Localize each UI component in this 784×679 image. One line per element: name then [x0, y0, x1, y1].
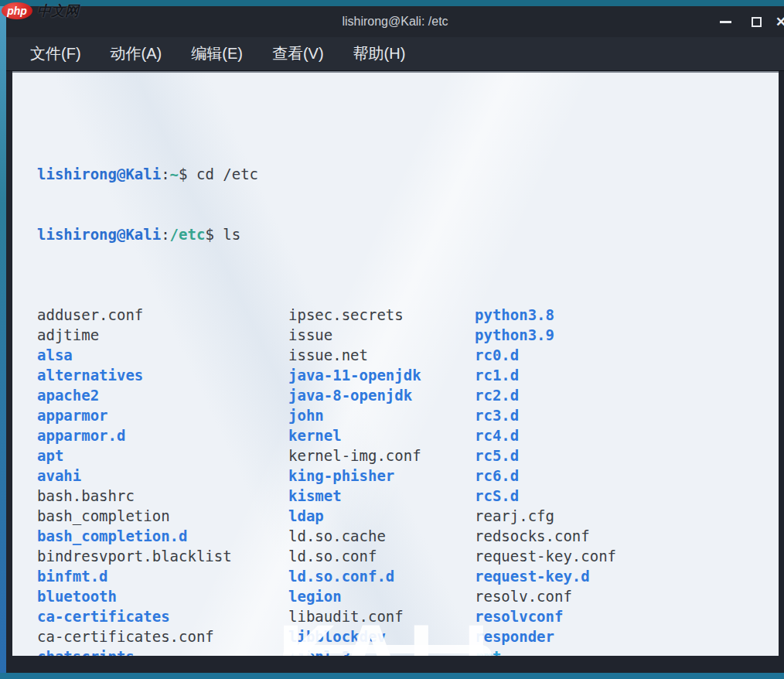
file-entry: issue [288, 325, 475, 345]
maximize-button[interactable] [745, 6, 767, 37]
file-entry: rc2.d [475, 385, 779, 405]
prompt-user-host: lishirong@Kali [37, 226, 161, 243]
file-entry: apt [37, 445, 288, 466]
menu-item-actions[interactable]: 动作(A) [107, 42, 165, 66]
file-entry: bindresvport.blacklist [37, 546, 288, 566]
php-logo-icon: php [2, 2, 32, 19]
close-button[interactable]: ✕ [770, 6, 784, 37]
file-entry: john [288, 405, 475, 425]
prompt-path: /etc [170, 226, 206, 243]
file-entry: ld.so.conf.d [288, 566, 475, 586]
title-bar[interactable]: lishirong@Kali: /etc ✕ [6, 6, 784, 37]
file-entry: bash_completion.d [37, 526, 288, 546]
terminal-output-area[interactable]: KALI lishirong@Kali:~$ cd /etc lishirong… [12, 71, 779, 656]
terminal-window: lishirong@Kali: /etc ✕ 文件(F) 动作(A) 编辑(E)… [0, 0, 784, 679]
file-entry: rc1.d [475, 365, 779, 385]
menu-bar: 文件(F) 动作(A) 编辑(E) 查看(V) 帮助(H) [6, 37, 784, 71]
file-entry: responder [475, 626, 779, 647]
minimize-button[interactable] [714, 6, 736, 37]
file-entry: king-phisher [288, 466, 475, 486]
file-entry: rc5.d [475, 445, 779, 466]
file-entry: request-key.conf [475, 546, 779, 566]
file-entry: kernel-img.conf [288, 445, 475, 466]
file-entry: rmt [475, 647, 779, 656]
file-entry: adduser.conf [37, 305, 288, 325]
menu-item-view[interactable]: 查看(V) [269, 42, 327, 66]
file-entry: libaudit.conf [288, 606, 475, 626]
file-entry: rearj.cfg [475, 506, 779, 526]
file-entry: java-11-openjdk [288, 365, 475, 385]
window-frame-left [0, 0, 6, 679]
file-entry: request-key.d [475, 566, 779, 586]
prompt-line-1: lishirong@Kali:~$ cd /etc [37, 164, 779, 184]
file-entry: apparmor [37, 405, 288, 425]
file-entry: ld.so.cache [288, 526, 475, 546]
file-entry: kernel [288, 425, 475, 445]
command-text: ls [223, 226, 240, 243]
close-icon: ✕ [775, 14, 784, 30]
menu-item-file[interactable]: 文件(F) [27, 42, 84, 66]
file-entry: bluetooth [37, 586, 288, 606]
file-entry: rc4.d [475, 425, 779, 445]
file-entry: resolvconf [475, 606, 779, 626]
file-entry: rc6.d [475, 466, 779, 486]
file-entry: binfmt.d [37, 566, 288, 586]
file-entry: ca-certificates.conf [37, 626, 288, 647]
file-entry: adjtime [37, 325, 288, 345]
command-text: cd /etc [196, 165, 258, 183]
window-frame-bottom [0, 673, 784, 679]
file-entry: alternatives [37, 365, 288, 385]
file-entry: legion [288, 586, 475, 606]
file-entry: java-8-openjdk [288, 385, 475, 405]
file-entry: rcS.d [475, 486, 779, 506]
file-entry: apache2 [37, 385, 288, 405]
listing-column: adduser.confadjtimealsaalternativesapach… [37, 305, 288, 656]
menu-item-help[interactable]: 帮助(H) [350, 42, 409, 66]
file-entry: ca-certificates [37, 606, 288, 626]
prompt-user-host: lishirong@Kali [37, 165, 161, 183]
file-entry: alsa [37, 345, 288, 365]
file-entry: ld.so.conf [288, 546, 475, 566]
menu-item-edit[interactable]: 编辑(E) [188, 42, 246, 66]
php-site-label: 中文网 [37, 2, 79, 20]
window-frame-top [0, 0, 784, 6]
listing-column: ipsec.secretsissueissue.netjava-11-openj… [288, 305, 475, 656]
file-entry: bash_completion [37, 506, 288, 526]
listing-column: python3.8python3.9rc0.drc1.drc2.drc3.drc… [475, 305, 779, 656]
minimize-icon [720, 21, 731, 23]
file-entry: ipsec.secrets [288, 305, 475, 325]
file-entry: python3.9 [475, 325, 779, 345]
file-entry: libnl-3 [288, 647, 475, 656]
file-entry: rc0.d [475, 345, 779, 365]
maximize-icon [752, 17, 762, 27]
file-entry: bash.bashrc [37, 486, 288, 506]
window-title: lishirong@Kali: /etc [342, 15, 448, 29]
file-entry: rc3.d [475, 405, 779, 425]
file-entry: kismet [288, 486, 475, 506]
file-entry: apparmor.d [37, 425, 288, 445]
file-entry: python3.8 [475, 305, 779, 325]
prompt-line-2: lishirong@Kali:/etc$ ls [37, 224, 779, 244]
prompt-path: ~ [170, 165, 179, 183]
file-entry: resolv.conf [475, 586, 779, 606]
file-entry: redsocks.conf [475, 526, 779, 546]
file-entry: libblockdev [288, 626, 475, 647]
file-entry: ldap [288, 506, 475, 526]
file-entry: avahi [37, 466, 288, 486]
php-site-watermark: php 中文网 [2, 2, 79, 20]
file-entry: chatscripts [37, 647, 288, 656]
file-listing: adduser.confadjtimealsaalternativesapach… [37, 305, 779, 656]
file-entry: issue.net [288, 345, 475, 365]
